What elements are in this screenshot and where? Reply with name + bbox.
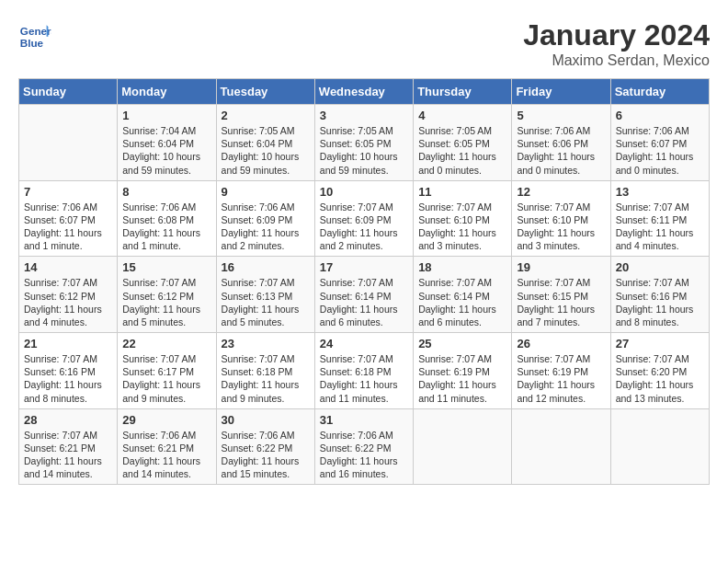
day-cell xyxy=(19,105,118,181)
day-cell: 27Sunrise: 7:07 AM Sunset: 6:20 PM Dayli… xyxy=(610,333,709,409)
day-cell: 30Sunrise: 7:06 AM Sunset: 6:22 PM Dayli… xyxy=(216,408,314,485)
day-info: Sunrise: 7:07 AM Sunset: 6:19 PM Dayligh… xyxy=(517,352,605,405)
day-info: Sunrise: 7:07 AM Sunset: 6:16 PM Dayligh… xyxy=(616,276,704,328)
day-info: Sunrise: 7:05 AM Sunset: 6:04 PM Dayligh… xyxy=(222,124,310,177)
day-cell: 24Sunrise: 7:07 AM Sunset: 6:18 PM Dayli… xyxy=(314,333,413,409)
day-number: 23 xyxy=(222,337,310,350)
day-info: Sunrise: 7:07 AM Sunset: 6:11 PM Dayligh… xyxy=(616,201,704,253)
day-info: Sunrise: 7:07 AM Sunset: 6:09 PM Dayligh… xyxy=(320,201,408,253)
week-row-1: 1Sunrise: 7:04 AM Sunset: 6:04 PM Daylig… xyxy=(19,105,710,181)
page-subtitle: Maximo Serdan, Mexico xyxy=(523,52,710,69)
day-cell: 12Sunrise: 7:07 AM Sunset: 6:10 PM Dayli… xyxy=(512,180,610,257)
day-cell: 23Sunrise: 7:07 AM Sunset: 6:18 PM Dayli… xyxy=(216,333,314,409)
day-number: 27 xyxy=(616,337,704,350)
day-cell: 31Sunrise: 7:06 AM Sunset: 6:22 PM Dayli… xyxy=(314,408,413,485)
page-header: General Blue January 2024 Maximo Serdan,… xyxy=(18,18,710,69)
day-cell: 19Sunrise: 7:07 AM Sunset: 6:15 PM Dayli… xyxy=(512,257,610,333)
calendar-header: SundayMondayTuesdayWednesdayThursdayFrid… xyxy=(19,79,710,105)
title-block: January 2024 Maximo Serdan, Mexico xyxy=(523,18,710,69)
day-cell: 11Sunrise: 7:07 AM Sunset: 6:10 PM Dayli… xyxy=(414,180,512,257)
column-header-tuesday: Tuesday xyxy=(216,79,314,105)
column-header-wednesday: Wednesday xyxy=(314,79,413,105)
day-info: Sunrise: 7:07 AM Sunset: 6:15 PM Dayligh… xyxy=(517,276,605,328)
day-info: Sunrise: 7:07 AM Sunset: 6:10 PM Dayligh… xyxy=(418,201,506,253)
day-cell: 10Sunrise: 7:07 AM Sunset: 6:09 PM Dayli… xyxy=(314,180,413,257)
day-info: Sunrise: 7:06 AM Sunset: 6:07 PM Dayligh… xyxy=(616,124,704,177)
day-number: 14 xyxy=(24,260,112,274)
day-cell: 3Sunrise: 7:05 AM Sunset: 6:05 PM Daylig… xyxy=(314,105,413,181)
day-info: Sunrise: 7:07 AM Sunset: 6:12 PM Dayligh… xyxy=(24,276,112,328)
svg-text:Blue: Blue xyxy=(20,37,44,49)
day-number: 25 xyxy=(418,337,506,350)
day-info: Sunrise: 7:07 AM Sunset: 6:20 PM Dayligh… xyxy=(616,352,704,405)
header-row: SundayMondayTuesdayWednesdayThursdayFrid… xyxy=(19,79,710,105)
day-cell: 28Sunrise: 7:07 AM Sunset: 6:21 PM Dayli… xyxy=(19,408,118,485)
day-number: 10 xyxy=(320,185,408,199)
day-number: 5 xyxy=(517,109,605,122)
day-info: Sunrise: 7:07 AM Sunset: 6:10 PM Dayligh… xyxy=(517,201,605,253)
day-number: 22 xyxy=(122,337,210,350)
day-cell: 5Sunrise: 7:06 AM Sunset: 6:06 PM Daylig… xyxy=(512,105,610,181)
day-info: Sunrise: 7:07 AM Sunset: 6:12 PM Dayligh… xyxy=(122,276,210,328)
day-cell xyxy=(610,408,709,485)
day-number: 4 xyxy=(418,109,506,122)
day-number: 3 xyxy=(320,109,408,122)
day-number: 2 xyxy=(222,109,310,122)
day-number: 31 xyxy=(320,413,408,427)
day-cell: 16Sunrise: 7:07 AM Sunset: 6:13 PM Dayli… xyxy=(216,257,314,333)
day-number: 1 xyxy=(122,109,210,122)
day-number: 9 xyxy=(222,185,310,199)
column-header-sunday: Sunday xyxy=(19,79,118,105)
day-number: 16 xyxy=(222,260,310,274)
day-info: Sunrise: 7:06 AM Sunset: 6:07 PM Dayligh… xyxy=(24,201,112,253)
day-info: Sunrise: 7:06 AM Sunset: 6:09 PM Dayligh… xyxy=(222,201,310,253)
day-info: Sunrise: 7:07 AM Sunset: 6:21 PM Dayligh… xyxy=(24,429,112,481)
day-number: 24 xyxy=(320,337,408,350)
day-number: 11 xyxy=(418,185,506,199)
day-cell: 22Sunrise: 7:07 AM Sunset: 6:17 PM Dayli… xyxy=(118,333,216,409)
day-cell xyxy=(414,408,512,485)
day-number: 8 xyxy=(122,185,210,199)
day-info: Sunrise: 7:06 AM Sunset: 6:21 PM Dayligh… xyxy=(122,429,210,481)
day-number: 15 xyxy=(122,260,210,274)
column-header-friday: Friday xyxy=(512,79,610,105)
day-cell: 25Sunrise: 7:07 AM Sunset: 6:19 PM Dayli… xyxy=(414,333,512,409)
day-number: 28 xyxy=(24,413,112,427)
day-cell: 26Sunrise: 7:07 AM Sunset: 6:19 PM Dayli… xyxy=(512,333,610,409)
day-info: Sunrise: 7:06 AM Sunset: 6:08 PM Dayligh… xyxy=(122,201,210,253)
day-info: Sunrise: 7:07 AM Sunset: 6:14 PM Dayligh… xyxy=(418,276,506,328)
day-cell: 9Sunrise: 7:06 AM Sunset: 6:09 PM Daylig… xyxy=(216,180,314,257)
day-cell xyxy=(512,408,610,485)
day-cell: 17Sunrise: 7:07 AM Sunset: 6:14 PM Dayli… xyxy=(314,257,413,333)
day-info: Sunrise: 7:07 AM Sunset: 6:17 PM Dayligh… xyxy=(122,352,210,405)
week-row-5: 28Sunrise: 7:07 AM Sunset: 6:21 PM Dayli… xyxy=(19,408,710,485)
day-number: 19 xyxy=(517,260,605,274)
day-cell: 18Sunrise: 7:07 AM Sunset: 6:14 PM Dayli… xyxy=(414,257,512,333)
week-row-2: 7Sunrise: 7:06 AM Sunset: 6:07 PM Daylig… xyxy=(19,180,710,257)
day-number: 7 xyxy=(24,185,112,199)
day-info: Sunrise: 7:04 AM Sunset: 6:04 PM Dayligh… xyxy=(122,124,210,177)
day-number: 29 xyxy=(122,413,210,427)
logo: General Blue xyxy=(18,18,51,52)
day-info: Sunrise: 7:05 AM Sunset: 6:05 PM Dayligh… xyxy=(320,124,408,177)
day-info: Sunrise: 7:05 AM Sunset: 6:05 PM Dayligh… xyxy=(418,124,506,177)
day-number: 30 xyxy=(222,413,310,427)
day-info: Sunrise: 7:07 AM Sunset: 6:18 PM Dayligh… xyxy=(222,352,310,405)
day-number: 21 xyxy=(24,337,112,350)
day-number: 12 xyxy=(517,185,605,199)
day-cell: 29Sunrise: 7:06 AM Sunset: 6:21 PM Dayli… xyxy=(118,408,216,485)
day-cell: 20Sunrise: 7:07 AM Sunset: 6:16 PM Dayli… xyxy=(610,257,709,333)
day-cell: 8Sunrise: 7:06 AM Sunset: 6:08 PM Daylig… xyxy=(118,180,216,257)
day-cell: 1Sunrise: 7:04 AM Sunset: 6:04 PM Daylig… xyxy=(118,105,216,181)
day-cell: 6Sunrise: 7:06 AM Sunset: 6:07 PM Daylig… xyxy=(610,105,709,181)
day-number: 20 xyxy=(616,260,704,274)
day-info: Sunrise: 7:07 AM Sunset: 6:18 PM Dayligh… xyxy=(320,352,408,405)
day-number: 13 xyxy=(616,185,704,199)
day-info: Sunrise: 7:06 AM Sunset: 6:22 PM Dayligh… xyxy=(320,429,408,481)
column-header-thursday: Thursday xyxy=(414,79,512,105)
day-cell: 7Sunrise: 7:06 AM Sunset: 6:07 PM Daylig… xyxy=(19,180,118,257)
week-row-3: 14Sunrise: 7:07 AM Sunset: 6:12 PM Dayli… xyxy=(19,257,710,333)
page-title: January 2024 xyxy=(523,18,710,52)
day-info: Sunrise: 7:07 AM Sunset: 6:16 PM Dayligh… xyxy=(24,352,112,405)
day-cell: 2Sunrise: 7:05 AM Sunset: 6:04 PM Daylig… xyxy=(216,105,314,181)
